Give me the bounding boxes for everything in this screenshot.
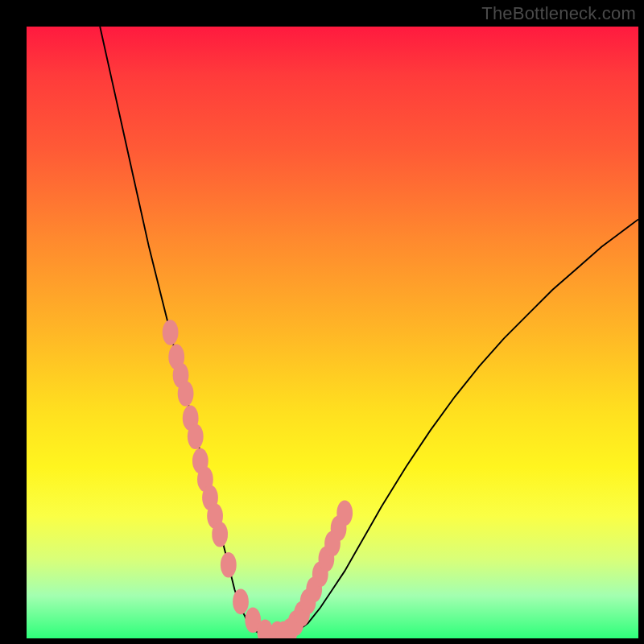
bottleneck-curve [27, 27, 638, 638]
sample-dot [163, 320, 179, 345]
chart-container: TheBottleneck.com [0, 0, 644, 644]
sample-dot [212, 522, 228, 547]
sample-dot [221, 552, 237, 578]
sample-dot [178, 381, 194, 407]
sample-dot [233, 589, 249, 615]
plot-area [27, 27, 638, 638]
sample-dot [188, 423, 204, 449]
sample-dots [163, 320, 353, 638]
sample-dot [336, 500, 353, 526]
curve-line [100, 27, 638, 637]
watermark-text: TheBottleneck.com [481, 3, 636, 24]
